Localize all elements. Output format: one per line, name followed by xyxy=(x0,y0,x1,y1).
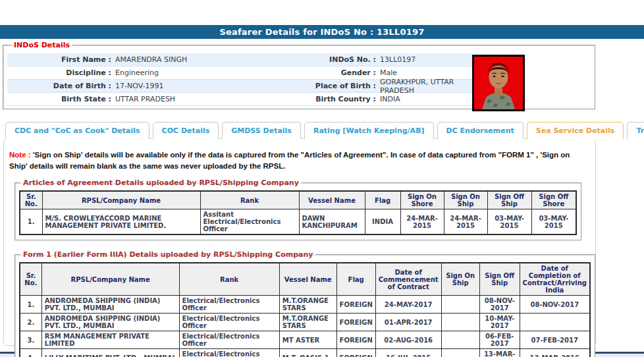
table-cell: 2. xyxy=(20,314,41,331)
table-cell: Electrical/Electronics Officer xyxy=(179,349,279,357)
field-label: INDoS No. : xyxy=(279,55,376,64)
table-cell: 10-MAY-2017 xyxy=(479,314,520,331)
detail-row: Birth State :UTTAR PRADESHBirth Country … xyxy=(7,93,472,106)
column-header: RPSL/Company Name xyxy=(41,263,179,296)
table-row: 3.RSM MANAGEMENT PRIVATE LIMITEDElectric… xyxy=(20,331,590,349)
column-header: Flag xyxy=(336,263,375,296)
table-row: 1.ANDROMEDA SHIPPING (INDIA) PVT. LTD., … xyxy=(20,296,590,314)
field-value: 17-NOV-1991 xyxy=(111,82,279,90)
table-cell: 1. xyxy=(20,209,42,235)
table-row: 1.M/S. CROWLEYACCORD MARINE MANAGEMENT P… xyxy=(20,209,576,235)
field-value: AMARENDRA SINGH xyxy=(111,55,279,64)
tab-cdc-and-coc-as-cook-details[interactable]: CDC and "CoC as Cook" Details xyxy=(5,122,149,139)
form1-legend: Form 1 (Earlier Form IIIA) Details uploa… xyxy=(20,250,315,259)
table-cell: FOREIGN xyxy=(336,314,375,331)
field-label: Place of Birth : xyxy=(279,82,376,90)
field-label: Birth Country : xyxy=(279,95,376,103)
field-label: Birth State : xyxy=(7,95,111,103)
detail-row: First Name :AMARENDRA SINGHINDoS No. :13… xyxy=(7,53,472,67)
indos-detail-rows: First Name :AMARENDRA SINGHINDoS No. :13… xyxy=(7,53,472,106)
table-cell: 13-MAR-2016 xyxy=(479,349,520,357)
page-title: Seafarer Details for INDoS No : 13LL0197 xyxy=(0,25,644,39)
column-header: Rank xyxy=(179,263,279,296)
column-header: Rank xyxy=(200,191,299,209)
header-row: Sr. No.RPSL/Company NameRankVessel NameF… xyxy=(20,263,590,296)
table-cell: 24-MAY-2017 xyxy=(375,296,441,314)
table-cell: Electrical/Electronics Officer xyxy=(179,314,279,331)
seafarer-photo xyxy=(472,55,525,111)
column-header: Sr. No. xyxy=(20,191,42,209)
table-cell: 24-MAR-2015 xyxy=(400,209,444,235)
note-text: Note : 'Sign on Ship' details will be av… xyxy=(9,150,590,171)
table-cell xyxy=(441,349,479,357)
table-cell: 08-NOV-2017 xyxy=(520,296,590,314)
column-header: Sign Off Ship xyxy=(479,263,520,296)
sea-service-details-panel: Note : 'Sign on Ship' details will be av… xyxy=(3,138,596,346)
articles-of-agreement-fieldset: Articles of Agreement Details uploaded b… xyxy=(14,178,581,240)
table-cell: 16-JUL-2015 xyxy=(375,349,441,357)
tab-rating-watch-keeping-ab[interactable]: Rating [Watch Keeping/AB] xyxy=(304,122,434,139)
table-cell xyxy=(441,296,479,314)
field-value: 13LL0197 xyxy=(376,55,472,64)
table-cell: Electrical/Electronics Officer xyxy=(179,296,279,314)
header-row: Sr. No.RPSL/Company NameRankVessel NameF… xyxy=(20,191,576,209)
table-cell: 4. xyxy=(20,349,41,357)
table-cell: DAWN KANCHIPURAM xyxy=(299,209,365,235)
field-value: INDIA xyxy=(376,95,472,103)
table-cell: M/S. CROWLEYACCORD MARINE MANAGEMENT PRI… xyxy=(42,209,200,235)
table-row: 4.LILLY MARITIME PVT. LTD., MUMBAIElectr… xyxy=(20,349,590,357)
tab-bar: CDC and "CoC as Cook" DetailsCOC Details… xyxy=(5,122,644,139)
table-cell: M.T.ORANGE STARS xyxy=(279,314,336,331)
table-cell: Assitant Electrical/Electronics Officer xyxy=(200,209,299,235)
table-cell: ANDROMEDA SHIPPING (INDIA) PVT. LTD., MU… xyxy=(41,296,179,314)
field-value: GORAKHPUR, UTTAR PRADESH xyxy=(376,78,472,95)
indos-details-legend: INDoS Details xyxy=(11,41,72,49)
form1-fieldset: Form 1 (Earlier Form IIIA) Details uploa… xyxy=(14,250,595,357)
column-header: Sr. No. xyxy=(20,263,41,296)
tab-dc-endorsement[interactable]: DC Endorsement xyxy=(437,122,523,139)
table-cell: FOREIGN xyxy=(336,296,375,314)
note-body: 'Sign on Ship' details will be available… xyxy=(9,151,570,170)
column-header: Date of Commencement of Contract xyxy=(375,263,441,296)
field-value: UTTAR PRADESH xyxy=(111,95,279,103)
articles-of-agreement-table: Sr. No.RPSL/Company NameRankVessel NameF… xyxy=(19,190,577,235)
table-cell: 1. xyxy=(20,296,41,314)
tab-coc-details[interactable]: COC Details xyxy=(153,122,219,139)
column-header: RPSL/Company Name xyxy=(42,191,200,209)
table-cell: 01-APR-2017 xyxy=(375,314,441,331)
tab-training-details[interactable]: Training Details xyxy=(627,122,644,139)
column-header: Vessel Name xyxy=(299,191,365,209)
field-value: Engineering xyxy=(111,69,279,77)
column-header: Flag xyxy=(365,191,400,209)
form1-table: Sr. No.RPSL/Company NameRankVessel NameF… xyxy=(19,262,591,357)
detail-row: Date of Birth :17-NOV-1991Place of Birth… xyxy=(7,80,472,93)
table-cell: 13-MAR-2016 xyxy=(520,349,590,357)
column-header: Sign On Ship xyxy=(441,263,479,296)
table-cell: 3. xyxy=(20,331,41,349)
table-cell: M.T.ORANGE STARS xyxy=(279,296,336,314)
field-label: Discipline : xyxy=(7,69,111,77)
field-label: First Name : xyxy=(7,55,111,64)
tab-gmdss-details[interactable]: GMDSS Details xyxy=(222,122,301,139)
table-cell: MT ASTER xyxy=(279,331,336,349)
table-cell: ANDROMEDA SHIPPING (INDIA) PVT. LTD., MU… xyxy=(41,314,179,331)
table-cell: 06-FEB-2017 xyxy=(479,331,520,349)
field-label: Gender : xyxy=(279,69,376,77)
table-cell: 24-MAR-2015 xyxy=(444,209,487,235)
column-header: Sign Off Shore xyxy=(531,191,576,209)
table-cell: 02-AUG-2016 xyxy=(375,331,441,349)
indos-details-fieldset: INDoS Details First Name :AMARENDRA SING… xyxy=(3,41,595,109)
field-value: Male xyxy=(376,69,472,77)
table-cell: 03-MAY-2015 xyxy=(487,209,531,235)
seafarer-photo-image xyxy=(474,57,523,109)
table-cell: FOREIGN xyxy=(336,349,375,357)
column-header: Sign On Shore xyxy=(400,191,444,209)
table-row: 2.ANDROMEDA SHIPPING (INDIA) PVT. LTD., … xyxy=(20,314,590,331)
table-cell: 08-NOV-2017 xyxy=(479,296,520,314)
table-cell: 07-FEB-2017 xyxy=(520,331,590,349)
table-cell: LILLY MARITIME PVT. LTD., MUMBAI xyxy=(41,349,179,357)
tab-sea-service-details[interactable]: Sea Service Details xyxy=(527,122,624,139)
table-cell: FOREIGN xyxy=(336,331,375,349)
column-header: Sign On Ship xyxy=(444,191,487,209)
table-cell xyxy=(520,314,590,331)
